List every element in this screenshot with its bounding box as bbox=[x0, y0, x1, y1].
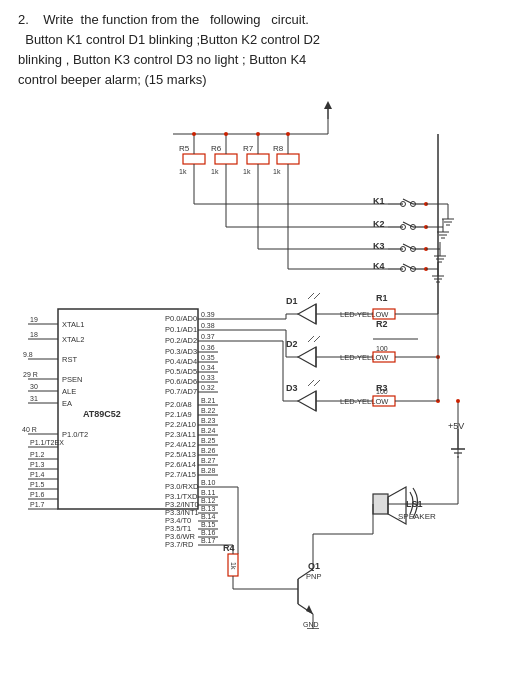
svg-text:P1.7: P1.7 bbox=[30, 501, 45, 508]
svg-text:30: 30 bbox=[30, 383, 38, 390]
svg-text:P0.1/AD1: P0.1/AD1 bbox=[165, 325, 197, 334]
svg-line-214 bbox=[308, 336, 314, 342]
svg-text:0.38: 0.38 bbox=[201, 322, 215, 329]
svg-text:P2.1/A9: P2.1/A9 bbox=[165, 410, 192, 419]
svg-text:0.37: 0.37 bbox=[201, 333, 215, 340]
svg-text:B.22: B.22 bbox=[201, 407, 216, 414]
svg-text:R2: R2 bbox=[376, 319, 388, 329]
svg-text:B.23: B.23 bbox=[201, 417, 216, 424]
svg-text:GND: GND bbox=[303, 621, 319, 628]
svg-text:B.26: B.26 bbox=[201, 447, 216, 454]
svg-text:0.36: 0.36 bbox=[201, 344, 215, 351]
question-text: 2. Write the function from the following… bbox=[18, 10, 510, 91]
svg-text:P1.5: P1.5 bbox=[30, 481, 45, 488]
svg-point-22 bbox=[256, 132, 260, 136]
svg-text:P2.7/A15: P2.7/A15 bbox=[165, 470, 196, 479]
svg-text:P0.4/AD4: P0.4/AD4 bbox=[165, 357, 197, 366]
svg-text:SPEAKER: SPEAKER bbox=[398, 512, 436, 521]
svg-text:P0.6/AD6: P0.6/AD6 bbox=[165, 377, 197, 386]
svg-rect-269 bbox=[373, 494, 388, 514]
svg-rect-5 bbox=[215, 154, 237, 164]
svg-rect-8 bbox=[247, 154, 269, 164]
svg-text:PSEN: PSEN bbox=[62, 375, 82, 384]
svg-text:P1.4: P1.4 bbox=[30, 471, 45, 478]
svg-text:Q1: Q1 bbox=[308, 561, 320, 571]
svg-text:EA: EA bbox=[62, 399, 72, 408]
svg-text:P3.7/RD: P3.7/RD bbox=[165, 540, 194, 549]
svg-text:XTAL1: XTAL1 bbox=[62, 320, 84, 329]
svg-line-215 bbox=[314, 336, 320, 342]
question-body3: control beeper alarm; (15 marks) bbox=[18, 72, 207, 87]
svg-text:100: 100 bbox=[376, 345, 388, 352]
svg-text:0.34: 0.34 bbox=[201, 364, 215, 371]
svg-marker-223 bbox=[298, 391, 316, 411]
svg-text:B.14: B.14 bbox=[201, 513, 216, 520]
svg-text:P0.3/AD3: P0.3/AD3 bbox=[165, 347, 197, 356]
svg-text:B.16: B.16 bbox=[201, 529, 216, 536]
svg-line-199 bbox=[314, 293, 320, 299]
svg-text:P2.6/A14: P2.6/A14 bbox=[165, 460, 196, 469]
svg-line-227 bbox=[308, 380, 314, 386]
svg-text:AT89C52: AT89C52 bbox=[83, 409, 121, 419]
svg-text:0.39: 0.39 bbox=[201, 311, 215, 318]
svg-text:B.27: B.27 bbox=[201, 457, 216, 464]
question-body: Button K1 control D1 blinking ;Button K2… bbox=[18, 32, 320, 47]
svg-text:P2.4/A12: P2.4/A12 bbox=[165, 440, 196, 449]
svg-text:0.33: 0.33 bbox=[201, 374, 215, 381]
svg-rect-2 bbox=[183, 154, 205, 164]
svg-text:R8: R8 bbox=[273, 144, 284, 153]
svg-text:B.24: B.24 bbox=[201, 427, 216, 434]
svg-text:ALE: ALE bbox=[62, 387, 76, 396]
svg-text:B.21: B.21 bbox=[201, 397, 216, 404]
svg-marker-1 bbox=[324, 101, 332, 109]
svg-text:B.15: B.15 bbox=[201, 521, 216, 528]
question-body2: blinking , Button K3 control D3 no light… bbox=[18, 52, 306, 67]
svg-text:P0.0/AD0: P0.0/AD0 bbox=[165, 314, 197, 323]
svg-text:P1.6: P1.6 bbox=[30, 491, 45, 498]
svg-text:B.10: B.10 bbox=[201, 479, 216, 486]
svg-text:31: 31 bbox=[30, 395, 38, 402]
svg-text:P1.3: P1.3 bbox=[30, 461, 45, 468]
svg-text:0.35: 0.35 bbox=[201, 354, 215, 361]
svg-text:D2: D2 bbox=[286, 339, 298, 349]
svg-text:1k: 1k bbox=[179, 168, 187, 175]
svg-text:R7: R7 bbox=[243, 144, 254, 153]
svg-text:1k: 1k bbox=[273, 168, 281, 175]
svg-text:XTAL2: XTAL2 bbox=[62, 335, 84, 344]
svg-line-198 bbox=[308, 293, 314, 299]
svg-text:B.28: B.28 bbox=[201, 467, 216, 474]
svg-text:RST: RST bbox=[62, 355, 77, 364]
svg-rect-11 bbox=[277, 154, 299, 164]
svg-text:P0.7/AD7: P0.7/AD7 bbox=[165, 387, 197, 396]
svg-text:D3: D3 bbox=[286, 383, 298, 393]
svg-text:P0.2/AD2: P0.2/AD2 bbox=[165, 336, 197, 345]
svg-text:P2.2/A10: P2.2/A10 bbox=[165, 420, 196, 429]
svg-text:40 R: 40 R bbox=[22, 426, 37, 433]
svg-text:P2.0/A8: P2.0/A8 bbox=[165, 400, 192, 409]
svg-text:P2.5/A13: P2.5/A13 bbox=[165, 450, 196, 459]
svg-text:R1: R1 bbox=[376, 293, 388, 303]
svg-point-275 bbox=[456, 399, 460, 403]
svg-text:100: 100 bbox=[376, 388, 388, 395]
svg-text:P1.2: P1.2 bbox=[30, 451, 45, 458]
svg-text:29 R: 29 R bbox=[23, 371, 38, 378]
svg-text:B.12: B.12 bbox=[201, 497, 216, 504]
svg-text:18: 18 bbox=[30, 331, 38, 338]
svg-text:P0.5/AD5: P0.5/AD5 bbox=[165, 367, 197, 376]
svg-text:1k: 1k bbox=[211, 168, 219, 175]
svg-text:0.32: 0.32 bbox=[201, 384, 215, 391]
svg-text:9.8: 9.8 bbox=[23, 351, 33, 358]
svg-text:B.25: B.25 bbox=[201, 437, 216, 444]
svg-text:P2.3/A11: P2.3/A11 bbox=[165, 430, 196, 439]
svg-point-20 bbox=[192, 132, 196, 136]
svg-text:B.17: B.17 bbox=[201, 537, 216, 544]
svg-marker-194 bbox=[298, 304, 316, 324]
svg-text:19: 19 bbox=[30, 316, 38, 323]
question-number: 2. Write the function from the following… bbox=[18, 12, 309, 27]
svg-text:R5: R5 bbox=[179, 144, 190, 153]
svg-text:P3.0/RXD: P3.0/RXD bbox=[165, 482, 199, 491]
circuit-diagram: R5 1k R6 1k R7 1k R8 1k bbox=[18, 99, 510, 629]
svg-line-228 bbox=[314, 380, 320, 386]
svg-marker-260 bbox=[306, 605, 313, 614]
svg-text:D1: D1 bbox=[286, 296, 298, 306]
